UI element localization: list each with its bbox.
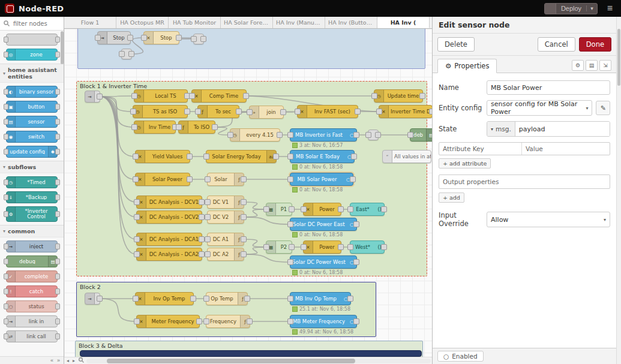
output-port[interactable]: [176, 35, 182, 41]
flow-node-yield[interactable]: ✕Yield Values: [135, 150, 190, 163]
flow-node-power1[interactable]: ✕Power: [303, 203, 341, 216]
flow-node-tosec[interactable]: ƒTo sec: [197, 105, 239, 118]
state-typed-input[interactable]: ▾ msg.: [487, 121, 610, 137]
state-input[interactable]: [515, 122, 610, 136]
input-port[interactable]: [205, 236, 211, 242]
input-port[interactable]: [195, 109, 201, 115]
input-port[interactable]: [205, 251, 211, 257]
flow-node-east[interactable]: East*(): [350, 203, 385, 216]
input-override-select[interactable]: Allow▾: [487, 212, 610, 227]
palette-node-sensor[interactable]: ▤sensor: [6, 116, 58, 128]
output-port[interactable]: [241, 251, 247, 257]
input-port[interactable]: [134, 214, 140, 220]
flow-tab-HA-Inv-(Manual)-DE[interactable]: HA Inv (Manual) DE: [273, 17, 325, 28]
flow-node-optemp[interactable]: Op Tempƒ: [206, 292, 248, 305]
node-settings-button[interactable]: ⚙: [572, 60, 584, 71]
flow-node-join[interactable]: »join: [249, 106, 284, 119]
flow-node-dca2[interactable]: ✕DC Analysis - DCA2: [136, 248, 202, 261]
palette-node-unnamed[interactable]: [6, 34, 58, 46]
output-port[interactable]: [353, 221, 359, 227]
flow-node-every[interactable]: ◷every 4.15: [230, 128, 280, 142]
canvas-hscrollbar[interactable]: [86, 359, 431, 363]
output-port[interactable]: [338, 244, 344, 250]
node-appearance-button[interactable]: ⇲: [599, 60, 611, 71]
flow-tab-HA-Solar-Forecast[interactable]: HA Solar Forecast: [221, 17, 273, 28]
add-output-property-button[interactable]: + add: [439, 192, 464, 203]
zoom-search-button[interactable]: [77, 357, 85, 364]
input-port[interactable]: [203, 154, 209, 160]
input-port[interactable]: [189, 93, 195, 99]
flow-node-solarpower[interactable]: ✕Solar Power: [135, 173, 190, 186]
flow-tab-HA-Inv-([interactable]: HA Inv (: [377, 17, 430, 28]
input-port[interactable]: [119, 51, 125, 57]
name-input[interactable]: [487, 80, 610, 95]
flow-node-lkB[interactable]: [193, 34, 204, 44]
output-port[interactable]: [212, 124, 218, 130]
palette-node-zone[interactable]: ◎zone: [6, 49, 58, 61]
flow-node-mbsolarpower[interactable]: MB Solar Power○: [290, 173, 353, 186]
done-button[interactable]: Done: [579, 37, 611, 52]
output-port[interactable]: [247, 318, 253, 324]
flow-node-stop2[interactable]: ✕Stop: [143, 31, 179, 44]
input-port[interactable]: [134, 236, 140, 242]
output-port[interactable]: [381, 206, 387, 212]
main-menu-button[interactable]: ≡: [604, 3, 616, 14]
palette-node-binary-sensor[interactable]: ◐binary sensor: [6, 86, 58, 98]
flow-node-dcv1n[interactable]: DC V1ƒ: [207, 195, 244, 209]
msg-type-button[interactable]: ▾ msg.: [487, 122, 515, 136]
output-port[interactable]: [199, 214, 205, 220]
palette-scrollbar-thumb[interactable]: [61, 31, 64, 64]
output-port[interactable]: [353, 132, 359, 138]
flow-node-navybar[interactable]: [80, 350, 422, 357]
input-port[interactable]: [133, 154, 139, 160]
input-port[interactable]: [141, 35, 147, 41]
output-port[interactable]: [419, 93, 425, 99]
output-port[interactable]: [243, 93, 249, 99]
flow-node-toiso[interactable]: ƒTo ISO: [178, 121, 215, 134]
palette-node-*Backup[interactable]: ⇓*Backup: [6, 191, 58, 203]
output-port[interactable]: [127, 35, 133, 41]
input-port[interactable]: [203, 296, 209, 302]
input-port[interactable]: [203, 318, 209, 324]
input-port[interactable]: [205, 214, 211, 220]
flow-node-tsiso[interactable]: ◷TS as ISO: [133, 105, 188, 118]
flow-node-deb[interactable]: deb▤: [410, 128, 432, 142]
output-port[interactable]: [277, 132, 283, 138]
input-port[interactable]: [347, 244, 353, 250]
canvas-hscrollbar-thumb[interactable]: [107, 359, 355, 363]
input-port[interactable]: [301, 206, 307, 212]
flow-node-west[interactable]: West*(): [350, 240, 385, 254]
palette-node-switch[interactable]: ◉switch: [6, 131, 58, 143]
output-port[interactable]: [184, 109, 190, 115]
palette-search-input[interactable]: [12, 20, 56, 28]
output-port[interactable]: [350, 176, 356, 182]
flow-node-p1[interactable]: ▦P1: [266, 203, 292, 216]
input-port[interactable]: [247, 109, 253, 115]
output-port[interactable]: [241, 176, 247, 182]
input-port[interactable]: [133, 176, 139, 182]
flow-node-mbsolartoday[interactable]: MB Solar E Today○: [290, 150, 355, 163]
input-port[interactable]: [191, 36, 197, 42]
flow-tab-HA-Inv-(Buttons)[interactable]: HA Inv (Buttons): [325, 17, 377, 28]
input-port[interactable]: [133, 296, 139, 302]
flow-tab-HA-Tub-Monitor[interactable]: HA Tub Monitor: [169, 17, 221, 28]
palette-category-home-assistant-entities[interactable]: ▾home assistant entities: [0, 64, 64, 83]
output-port[interactable]: [353, 259, 359, 265]
output-port[interactable]: [190, 296, 196, 302]
input-port[interactable]: [287, 132, 293, 138]
output-port[interactable]: [97, 94, 103, 100]
add-attribute-button[interactable]: + add attribute: [439, 158, 491, 169]
flow-canvas[interactable]: Block 1 & Inverter TimeBlock 2Block 3 & …: [64, 29, 432, 357]
palette-node-complete[interactable]: ✓complete: [6, 270, 58, 282]
output-port[interactable]: [241, 199, 247, 205]
flow-node-lkA[interactable]: [121, 49, 132, 59]
flow-node-meterfreq[interactable]: ✕Meter Frequency: [136, 315, 200, 328]
flow-node-dceast[interactable]: Solar DC Power East○: [290, 218, 357, 231]
flow-node-dcv2[interactable]: ✕DC Analysis - DCV2: [136, 210, 202, 224]
palette-node-*Timed[interactable]: ◷*Timed: [6, 176, 58, 188]
expand-categories-button[interactable]: »: [56, 357, 61, 363]
palette-node-*Inverter-Control[interactable]: ⚙*Inverter Control: [6, 206, 58, 222]
output-port[interactable]: [199, 236, 205, 242]
flow-node-updatetime[interactable]: ◷Update time: [374, 89, 423, 103]
scroll-right-button[interactable]: ▸: [71, 359, 76, 363]
